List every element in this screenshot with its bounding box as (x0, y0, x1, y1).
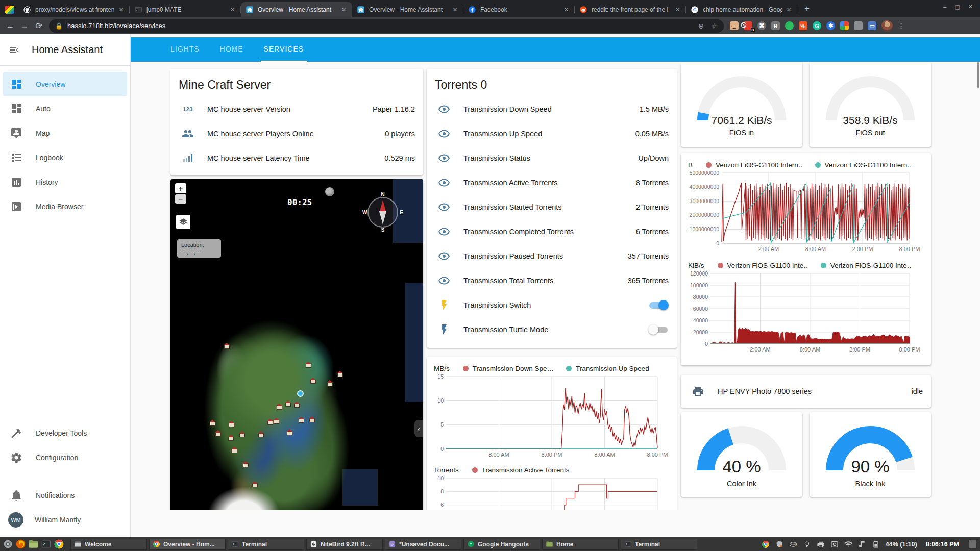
legend-item[interactable]: Verizon FiOS-G1100 Inte… (718, 262, 808, 269)
entity-row[interactable]: Transmission Total Torrents365 Torrents (427, 268, 677, 293)
tab-close-icon[interactable]: ✕ (562, 6, 570, 14)
photos-extension-icon[interactable] (840, 21, 849, 30)
taskbar-window-home[interactable]: Home (542, 539, 619, 550)
map-house-marker[interactable] (277, 406, 282, 410)
map-house-marker[interactable] (258, 433, 264, 437)
blocker-extension-icon[interactable]: ⃠8 (744, 21, 752, 30)
browser-profile-avatar[interactable] (881, 20, 893, 32)
page-scrollbar[interactable] (977, 62, 979, 88)
taskbar-window-terminal[interactable]: Terminal (621, 539, 697, 550)
map-layers-button[interactable] (176, 215, 190, 229)
taskbar-window-welcome[interactable]: Welcome (70, 539, 147, 550)
map-house-marker[interactable] (228, 437, 234, 441)
map-zoom-in-button[interactable]: + (175, 183, 186, 193)
map-house-marker[interactable] (229, 423, 234, 427)
tray-bulb-icon[interactable] (803, 540, 811, 548)
map-house-marker[interactable] (239, 433, 245, 437)
taskbar-window-nitebird-9-2ft-r-[interactable]: NiteBird 9.2ft R... (306, 539, 383, 550)
sidebar-item-overview[interactable]: Overview (3, 72, 127, 96)
browser-tab-2[interactable]: jump0 MATE✕ (130, 2, 241, 17)
new-tab-button[interactable]: + (800, 2, 814, 15)
tray-battery-icon[interactable] (872, 540, 880, 548)
map-house-marker[interactable] (309, 418, 315, 422)
reader-extension-icon[interactable]: R (771, 21, 780, 30)
tab-lights[interactable]: LIGHTS (167, 37, 203, 62)
map-house-marker[interactable] (224, 345, 230, 349)
tab-close-icon[interactable]: ✕ (451, 6, 459, 14)
puzzle-extension-icon[interactable] (854, 21, 863, 30)
tray-shield-icon[interactable] (775, 540, 783, 548)
tab-services[interactable]: SERVICES (261, 37, 307, 62)
percent-extension-icon[interactable]: % (799, 21, 807, 30)
legend-item[interactable]: Transmission Up Speed (566, 365, 649, 372)
address-bar[interactable]: 🔒 hassio.718it.biz/lovelace/services ⊕ ☆ (49, 19, 724, 33)
map-house-marker[interactable] (210, 422, 215, 426)
map-zoom-out-button[interactable]: − (175, 194, 186, 204)
map-house-marker[interactable] (310, 380, 316, 384)
map-house-marker[interactable] (285, 403, 291, 407)
map-house-marker[interactable] (252, 483, 258, 487)
entity-row[interactable]: Transmission Up Speed0.05 MB/s (427, 121, 677, 146)
tab-home[interactable]: HOME (217, 37, 247, 62)
launcher-menu-icon[interactable] (3, 539, 13, 549)
map-house-marker[interactable] (243, 463, 249, 467)
minecraft-map-card[interactable]: + − Location: ---,---,--- 00:25 N E S W (170, 179, 423, 510)
map-house-marker[interactable] (299, 419, 304, 423)
reload-button[interactable]: ⟳ (32, 19, 46, 33)
sidebar-item-configuration[interactable]: Configuration (3, 445, 127, 470)
zoom-page-icon[interactable]: ⊕ (698, 22, 704, 30)
back-button[interactable]: ← (3, 19, 17, 33)
tray-music-icon[interactable] (858, 540, 866, 548)
launcher-chrome-icon[interactable] (54, 539, 64, 549)
clock[interactable]: 8:06:16 PM (926, 541, 959, 548)
legend-item[interactable]: Transmission Active Torrents (472, 466, 570, 474)
close-window-icon[interactable]: ✕ (968, 4, 973, 10)
tray-chrome-icon[interactable] (762, 540, 770, 548)
map-house-marker[interactable] (327, 382, 333, 386)
grammarly-extension-icon[interactable]: G (813, 21, 821, 30)
cast-extension-icon[interactable]: ▭ (868, 21, 876, 30)
entity-row[interactable]: MC house server Latency Time0.529 ms (170, 146, 423, 170)
forward-button[interactable]: → (17, 19, 32, 33)
taskbar-window--unsaved-docu-[interactable]: *Unsaved Docu... (385, 539, 461, 550)
entity-row[interactable]: Transmission Paused Torrents357 Torrents (427, 244, 677, 268)
map-player-marker[interactable] (297, 390, 304, 397)
command-extension-icon[interactable]: ⌘ (757, 21, 766, 30)
browser-tab-1[interactable]: proxy/nodejs/views at fronten✕ (18, 2, 130, 17)
legend-item[interactable]: Verizon FiOS-G1100 Intern… (706, 161, 802, 169)
map-sidebar-chevron[interactable]: ‹ (414, 420, 423, 437)
taskbar-window-google-hangouts[interactable]: “Google Hangouts (463, 539, 540, 550)
sidebar-collapse-icon[interactable] (8, 44, 20, 56)
url-text[interactable]: hassio.718it.biz/lovelace/services (67, 22, 165, 30)
entity-row[interactable]: Transmission StatusUp/Down (427, 146, 677, 170)
browser-tab-4[interactable]: Overview - Home Assistant✕ (352, 2, 463, 17)
entity-row[interactable]: Transmission Completed Torrents6 Torrent… (427, 219, 677, 244)
taskbar-window-terminal[interactable]: Terminal (228, 539, 304, 550)
map-house-marker[interactable] (294, 404, 300, 408)
sidebar-item-history[interactable]: History (3, 170, 127, 194)
tray-printer-icon[interactable] (817, 540, 825, 548)
sidebar-item-map[interactable]: Map (3, 121, 127, 145)
clipper-extension-icon[interactable] (785, 21, 794, 30)
launcher-firefox-icon[interactable] (15, 539, 26, 549)
map-house-marker[interactable] (232, 449, 237, 453)
bookmark-star-icon[interactable]: ☆ (711, 22, 718, 30)
sidebar-item-developer-tools[interactable]: Developer Tools (3, 421, 127, 445)
tampermonkey-extension-icon[interactable]: ·‿· (730, 21, 739, 30)
tab-close-icon[interactable]: ✕ (117, 6, 125, 14)
browser-tab-3[interactable]: Overview - Home Assistant✕ (241, 2, 352, 17)
browser-tab-6[interactable]: reddit: the front page of the i✕ (575, 2, 686, 17)
launcher-terminal-icon[interactable] (41, 539, 52, 549)
browser-menu-icon[interactable]: ⋮ (898, 22, 904, 30)
sidebar-profile[interactable]: WM William Mantly (3, 508, 127, 532)
entity-row[interactable]: Transmission Active Torrents8 Torrents (427, 170, 677, 195)
map-house-marker[interactable] (215, 432, 221, 436)
entity-row[interactable]: MC house server Players Online0 players (170, 121, 423, 146)
tab-close-icon[interactable]: ✕ (229, 6, 236, 14)
map-house-marker[interactable] (274, 420, 279, 424)
workspace-switcher[interactable] (969, 540, 976, 548)
tray-intel-icon[interactable]: intel (789, 540, 797, 548)
map-house-marker[interactable] (267, 421, 273, 425)
entity-row[interactable]: Transmission Down Speed1.5 MB/s (427, 97, 677, 121)
maximize-icon[interactable]: ▢ (954, 4, 960, 10)
